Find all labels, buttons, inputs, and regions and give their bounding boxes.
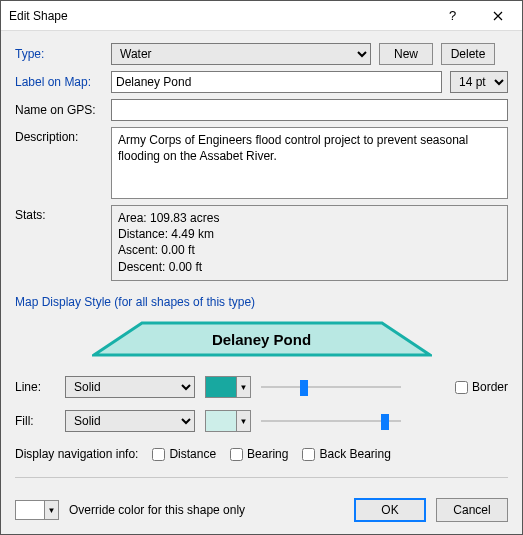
stats-label: Stats: — [15, 205, 103, 222]
bearing-checkbox[interactable]: Bearing — [230, 447, 288, 461]
name-on-gps-input[interactable] — [111, 99, 508, 121]
line-label: Line: — [15, 380, 55, 394]
ok-button[interactable]: OK — [354, 498, 426, 522]
window-title: Edit Shape — [9, 9, 430, 23]
type-select[interactable]: Water — [111, 43, 371, 65]
dialog-content: Type: Water New Delete Label on Map: 14 … — [1, 31, 522, 498]
separator — [15, 477, 508, 478]
override-label: Override color for this shape only — [69, 503, 245, 517]
edit-shape-dialog: Edit Shape ? Type: Water New Delete Labe… — [0, 0, 523, 535]
name-on-gps-label: Name on GPS: — [15, 103, 103, 117]
stats-textarea: Area: 109.83 acres Distance: 4.49 km Asc… — [111, 205, 508, 281]
line-color-button[interactable]: ▼ — [205, 376, 251, 398]
distance-checkbox[interactable]: Distance — [152, 447, 216, 461]
border-checkbox[interactable]: Border — [455, 380, 508, 394]
preview-caption: Delaney Pond — [92, 321, 432, 357]
cancel-button[interactable]: Cancel — [436, 498, 508, 522]
font-size-select[interactable]: 14 pt — [450, 71, 508, 93]
label-on-map-label: Label on Map: — [15, 75, 103, 89]
fill-label: Fill: — [15, 414, 55, 428]
override-color-button[interactable]: ▼ — [15, 500, 59, 520]
line-style-select[interactable]: Solid — [65, 376, 195, 398]
fill-style-select[interactable]: Solid — [65, 410, 195, 432]
description-textarea[interactable]: Army Corps of Engineers flood control pr… — [111, 127, 508, 199]
nav-info-label: Display navigation info: — [15, 447, 138, 461]
type-label: Type: — [15, 47, 103, 61]
new-button[interactable]: New — [379, 43, 433, 65]
chevron-down-icon: ▼ — [236, 377, 250, 397]
shape-preview: Delaney Pond — [15, 321, 508, 357]
description-label: Description: — [15, 127, 103, 144]
delete-button[interactable]: Delete — [441, 43, 495, 65]
fill-color-swatch — [206, 411, 236, 431]
dialog-footer: ▼ Override color for this shape only OK … — [1, 498, 522, 534]
override-color-swatch — [16, 501, 44, 519]
chevron-down-icon: ▼ — [44, 501, 58, 519]
titlebar: Edit Shape ? — [1, 1, 522, 31]
close-button[interactable] — [475, 2, 520, 30]
fill-color-button[interactable]: ▼ — [205, 410, 251, 432]
chevron-down-icon: ▼ — [236, 411, 250, 431]
close-icon — [493, 11, 503, 21]
label-on-map-input[interactable] — [111, 71, 442, 93]
line-width-slider[interactable] — [261, 377, 401, 397]
line-color-swatch — [206, 377, 236, 397]
help-button[interactable]: ? — [430, 2, 475, 30]
back-bearing-checkbox[interactable]: Back Bearing — [302, 447, 390, 461]
fill-opacity-slider[interactable] — [261, 411, 401, 431]
map-display-style-label: Map Display Style (for all shapes of thi… — [15, 295, 508, 309]
